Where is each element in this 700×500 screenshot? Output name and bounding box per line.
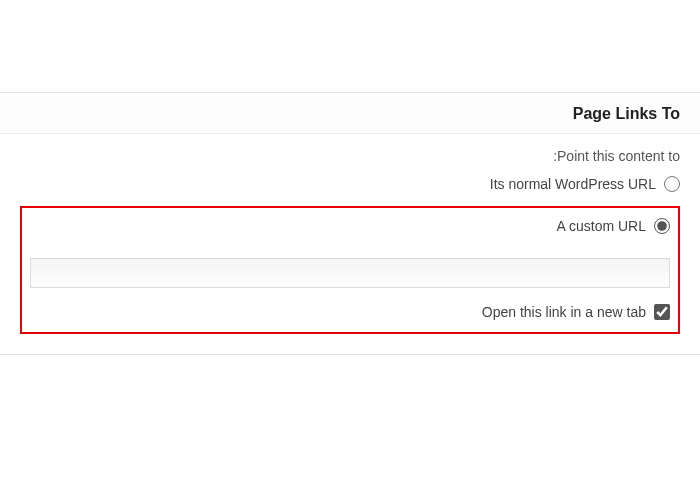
option-custom-url-label: A custom URL	[557, 218, 646, 234]
new-tab-option: Open this link in a new tab	[30, 304, 670, 320]
option-custom-url-radio[interactable]	[654, 218, 670, 234]
option-normal-url-radio[interactable]	[664, 176, 680, 192]
metabox-body: :Point this content to Its normal WordPr…	[0, 134, 700, 354]
new-tab-checkbox[interactable]	[654, 304, 670, 320]
option-normal-url: Its normal WordPress URL	[20, 176, 680, 192]
blank-area	[0, 0, 700, 92]
page-links-to-metabox: Page Links To :Point this content to Its…	[0, 92, 700, 355]
new-tab-label: Open this link in a new tab	[482, 304, 646, 320]
custom-url-input[interactable]	[30, 258, 670, 288]
option-custom-url: A custom URL	[30, 218, 670, 234]
metabox-title: Page Links To	[0, 93, 700, 134]
option-normal-url-label: Its normal WordPress URL	[490, 176, 656, 192]
custom-url-highlight: A custom URL Open this link in a new tab	[20, 206, 680, 334]
point-content-label: :Point this content to	[20, 148, 680, 164]
